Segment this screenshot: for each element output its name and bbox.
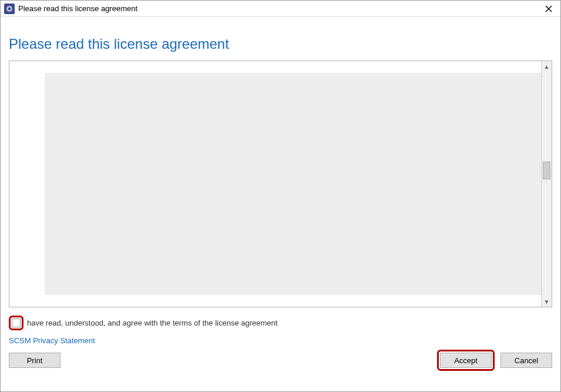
- checkbox-highlight: [9, 316, 23, 330]
- scroll-up-arrow-icon[interactable]: ▲: [542, 61, 552, 72]
- scroll-thumb[interactable]: [543, 162, 550, 179]
- scroll-track[interactable]: [542, 72, 552, 296]
- cancel-button[interactable]: Cancel: [500, 353, 552, 368]
- accept-button-highlight: Accept: [437, 350, 495, 371]
- license-agreement-box: ▲ ▼: [9, 61, 552, 307]
- scroll-down-arrow-icon[interactable]: ▼: [542, 296, 552, 307]
- agree-checkbox[interactable]: [12, 319, 21, 327]
- license-text-area[interactable]: [9, 61, 541, 307]
- agree-checkbox-label: have read, understood, and agree with th…: [27, 319, 277, 327]
- close-button[interactable]: [540, 2, 557, 16]
- print-button[interactable]: Print: [9, 353, 61, 368]
- titlebar: Please read this license agreement: [1, 1, 560, 17]
- privacy-statement-link[interactable]: SCSM Privacy Statement: [9, 336, 552, 345]
- page-heading: Please read this license agreement: [9, 36, 552, 52]
- agree-checkbox-row: have read, understood, and agree with th…: [9, 316, 552, 330]
- license-text-content: [45, 73, 541, 295]
- accept-button[interactable]: Accept: [440, 353, 492, 368]
- dialog-content: Please read this license agreement ▲ ▼ h…: [1, 17, 560, 391]
- app-icon: [4, 4, 15, 14]
- window-title: Please read this license agreement: [18, 4, 540, 13]
- scrollbar[interactable]: ▲ ▼: [541, 61, 552, 307]
- button-row: Print Accept Cancel: [9, 350, 552, 371]
